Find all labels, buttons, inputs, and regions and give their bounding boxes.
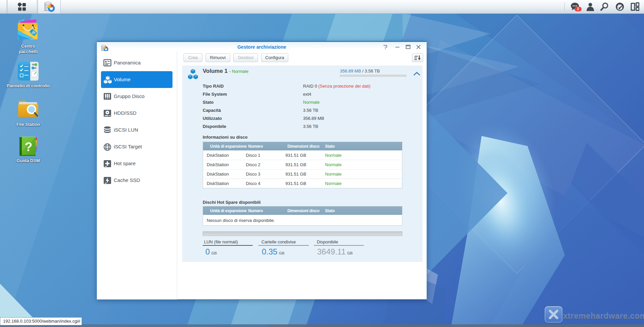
svg-text:?: ?	[25, 140, 33, 154]
